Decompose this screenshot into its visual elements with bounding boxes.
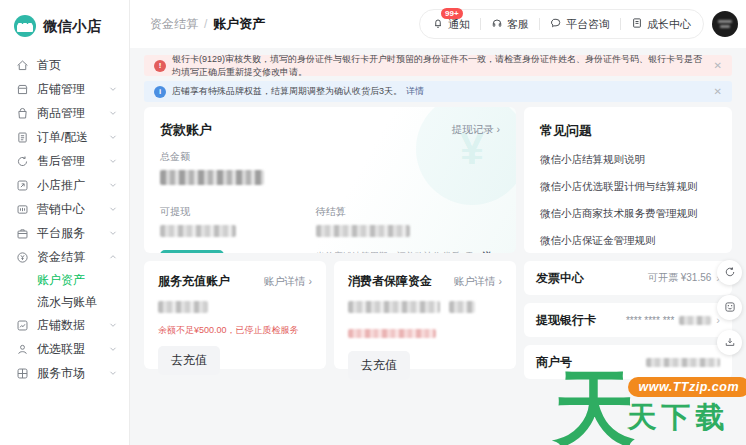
sidebar-item-preferred-alliance[interactable]: 优选联盟 bbox=[0, 337, 129, 361]
withdraw-records-link[interactable]: 提现记录 › bbox=[452, 123, 500, 137]
watermark-url-pill: www.TTzip.com bbox=[628, 377, 746, 397]
sidebar-item-funds-settlement[interactable]: 资金结算 bbox=[0, 245, 129, 269]
promote-arrow-icon bbox=[15, 178, 29, 192]
order-list-icon bbox=[15, 130, 29, 144]
wechat-store-logo-icon bbox=[14, 15, 36, 37]
service-recharge-balance-redacted bbox=[158, 301, 208, 313]
faq-link-deposit-rules[interactable]: 微信小店保证金管理规则 bbox=[540, 234, 716, 248]
chevron-down-icon bbox=[109, 181, 117, 189]
withdraw-bank-card[interactable]: 提现银行卡 **** **** *** › bbox=[524, 303, 732, 337]
main-area: 资金结算 / 账户资产 通知 99+ 客服 bbox=[130, 0, 746, 445]
sidebar-item-store-data[interactable]: 店铺数据 bbox=[0, 313, 129, 337]
watermark-brand-text: 天下载 bbox=[628, 398, 730, 438]
sidebar-subitem-flow-statements[interactable]: 流水与账单 bbox=[0, 291, 129, 313]
sidebar-item-product-management[interactable]: 商品管理 bbox=[0, 101, 129, 125]
refresh-button[interactable] bbox=[717, 260, 742, 285]
invoice-center-card[interactable]: 发票中心 可开票 ¥31.56 › bbox=[524, 261, 732, 295]
service-recharge-button[interactable]: 去充值 bbox=[158, 346, 220, 375]
divider bbox=[539, 18, 540, 30]
platform-consult-button[interactable]: 平台咨询 bbox=[550, 17, 610, 32]
faq-link-tech-service-fee[interactable]: 微信小店商家技术服务费管理规则 bbox=[540, 207, 716, 221]
chevron-down-icon bbox=[109, 205, 117, 213]
faq-link-alliance-commission[interactable]: 微信小店优选联盟计佣与结算规则 bbox=[540, 180, 716, 194]
headset-icon bbox=[491, 17, 503, 31]
export-button[interactable] bbox=[717, 330, 742, 355]
sidebar-item-service-market[interactable]: 服务市场 bbox=[0, 361, 129, 385]
breadcrumb: 资金结算 / 账户资产 bbox=[150, 15, 265, 33]
chevron-down-icon bbox=[109, 345, 117, 353]
notification-button[interactable]: 通知 99+ bbox=[432, 17, 470, 32]
notification-label: 通知 bbox=[448, 17, 470, 32]
info-alert-text: 店铺享有特殊品牌权益，结算周期调整为确认收货后3天。 bbox=[172, 85, 402, 98]
merchant-id-title: 商户号 bbox=[536, 354, 572, 371]
support-label: 客服 bbox=[507, 17, 529, 32]
divider bbox=[480, 18, 481, 30]
pending-settlement-value-redacted bbox=[316, 225, 410, 237]
chevron-down-icon bbox=[109, 85, 117, 93]
feedback-button[interactable] bbox=[717, 295, 742, 320]
document-icon bbox=[631, 17, 643, 31]
bank-card-tail-redacted bbox=[679, 316, 711, 325]
sidebar-item-marketing-center[interactable]: 营销中心 bbox=[0, 197, 129, 221]
info-icon: i bbox=[154, 86, 166, 98]
consumer-fund-warning-redacted bbox=[348, 329, 436, 338]
sidebar-item-label: 店铺管理 bbox=[37, 81, 85, 98]
faq-title: 常见问题 bbox=[540, 123, 592, 138]
sidebar-item-label: 售后管理 bbox=[37, 153, 85, 170]
close-icon[interactable]: ✕ bbox=[706, 60, 722, 71]
sidebar-item-label: 订单/配送 bbox=[37, 129, 88, 146]
brand-logo: 微信小店 bbox=[0, 0, 129, 47]
service-recharge-title: 服务充值账户 bbox=[158, 273, 230, 290]
consumer-fund-value-redacted bbox=[348, 301, 440, 313]
invoice-center-title: 发票中心 bbox=[536, 270, 584, 287]
sidebar-menu: 首页 店铺管理 商品管理 订单/配送 售后管理 bbox=[0, 47, 129, 385]
sidebar-item-label: 平台服务 bbox=[37, 225, 85, 242]
sidebar-item-store-promotion[interactable]: 小店推广 bbox=[0, 173, 129, 197]
payment-account-card: ¥ 货款账户 提现记录 › 总金额 可提现 bbox=[144, 107, 516, 253]
consumer-fund-title: 消费者保障资金 bbox=[348, 273, 432, 290]
home-icon bbox=[15, 58, 29, 72]
low-balance-warning: 余额不足¥500.00，已停止质检服务 bbox=[158, 324, 312, 337]
support-button[interactable]: 客服 bbox=[491, 17, 529, 32]
refresh-icon bbox=[724, 264, 736, 282]
consumer-fund-detail-link[interactable]: 账户详情 › bbox=[454, 275, 502, 289]
ttzip-watermark: 天 www.TTzip.com 天下载 bbox=[554, 371, 746, 445]
pending-settlement-label: 待结算 bbox=[316, 205, 500, 219]
content-area: ! 银行卡(9129)审核失败，填写的身份证件与银行卡开户时预留的身份证件不一致… bbox=[130, 48, 746, 445]
divider bbox=[620, 18, 621, 30]
withdraw-button[interactable]: 去提现 bbox=[160, 250, 224, 253]
sidebar-item-label: 店铺数据 bbox=[37, 317, 85, 334]
payment-account-title: 货款账户 bbox=[160, 121, 212, 139]
consumer-fund-recharge-button[interactable]: 去充值 bbox=[348, 351, 410, 380]
chevron-down-icon bbox=[109, 133, 117, 141]
growth-center-button[interactable]: 成长中心 bbox=[631, 17, 691, 32]
faq-card: 常见问题 微信小店结算规则说明 微信小店优选联盟计佣与结算规则 微信小店商家技术… bbox=[524, 107, 732, 253]
service-recharge-card: 服务充值账户 账户详情 › 余额不足¥500.00，已停止质检服务 去充值 bbox=[144, 261, 326, 369]
download-icon bbox=[724, 334, 736, 352]
sidebar-item-label: 资金结算 bbox=[37, 249, 85, 266]
sidebar-item-platform-services[interactable]: 平台服务 bbox=[0, 221, 129, 245]
withdraw-bank-card-title: 提现银行卡 bbox=[536, 312, 596, 329]
sidebar-item-orders-delivery[interactable]: 订单/配送 bbox=[0, 125, 129, 149]
sidebar-item-label: 优选联盟 bbox=[37, 341, 85, 358]
info-alert-detail-link[interactable]: 详情 bbox=[406, 85, 424, 98]
briefcase-icon bbox=[15, 226, 29, 240]
app-window: 微信小店 首页 店铺管理 商品管理 订单/配送 bbox=[0, 0, 746, 445]
service-recharge-detail-link[interactable]: 账户详情 › bbox=[264, 275, 312, 289]
sidebar-item-aftersale[interactable]: 售后管理 bbox=[0, 149, 129, 173]
sidebar-item-label: 首页 bbox=[37, 57, 61, 74]
faq-link-settlement-rules[interactable]: 微信小店结算规则说明 bbox=[540, 153, 716, 167]
chevron-down-icon bbox=[109, 229, 117, 237]
page-title: 账户资产 bbox=[213, 15, 265, 33]
avatar[interactable] bbox=[712, 11, 738, 37]
sidebar-item-shop-management[interactable]: 店铺管理 bbox=[0, 77, 129, 101]
merchant-id-card: 商户号 bbox=[524, 345, 732, 379]
chevron-up-icon bbox=[109, 253, 117, 261]
sidebar-subitem-account-assets[interactable]: 账户资产 bbox=[0, 269, 129, 291]
close-icon[interactable]: ✕ bbox=[706, 86, 722, 97]
sidebar-item-home[interactable]: 首页 bbox=[0, 53, 129, 77]
breadcrumb-section[interactable]: 资金结算 bbox=[150, 16, 198, 33]
top-action-pillbar: 通知 99+ 客服 平台咨询 bbox=[419, 9, 704, 39]
sidebar-item-label: 营销中心 bbox=[37, 201, 85, 218]
settlement-cycle-note: 当前店铺结算周期：订单确认收货后3天。详情 bbox=[316, 250, 500, 253]
